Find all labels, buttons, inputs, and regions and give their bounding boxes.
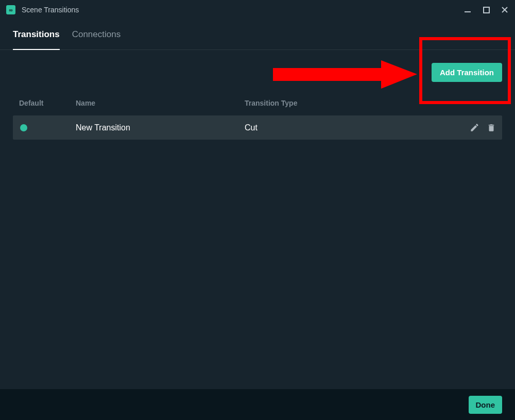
app-icon: ∞ bbox=[6, 5, 15, 14]
tab-connections[interactable]: Connections bbox=[72, 20, 121, 50]
add-transition-button[interactable]: Add Transition bbox=[432, 63, 502, 82]
add-button-row: Add Transition bbox=[13, 63, 502, 82]
tabs: Transitions Connections bbox=[0, 20, 515, 50]
window-title: Scene Transitions bbox=[22, 6, 464, 14]
transitions-table: Default Name Transition Type New Transit… bbox=[13, 95, 502, 140]
footer: Done bbox=[0, 389, 515, 420]
window-controls bbox=[464, 6, 509, 14]
cell-type: Cut bbox=[245, 123, 450, 132]
header-default: Default bbox=[19, 99, 76, 107]
default-indicator-icon bbox=[20, 124, 27, 131]
done-button[interactable]: Done bbox=[469, 396, 503, 414]
table-header: Default Name Transition Type bbox=[13, 95, 502, 111]
maximize-button[interactable] bbox=[482, 6, 490, 14]
titlebar: ∞ Scene Transitions bbox=[0, 0, 515, 20]
delete-icon[interactable] bbox=[487, 123, 496, 132]
svg-rect-1 bbox=[484, 7, 489, 13]
close-button[interactable] bbox=[501, 6, 509, 14]
content-area: Add Transition Default Name Transition T… bbox=[0, 50, 515, 153]
cell-default bbox=[19, 124, 76, 131]
table-row[interactable]: New Transition Cut bbox=[13, 115, 502, 140]
header-name: Name bbox=[76, 99, 245, 107]
minimize-button[interactable] bbox=[464, 6, 472, 14]
row-actions bbox=[450, 123, 496, 132]
cell-name: New Transition bbox=[76, 123, 245, 132]
edit-icon[interactable] bbox=[470, 123, 479, 132]
tab-transitions[interactable]: Transitions bbox=[13, 20, 60, 50]
header-actions bbox=[450, 99, 496, 107]
header-type: Transition Type bbox=[245, 99, 450, 107]
